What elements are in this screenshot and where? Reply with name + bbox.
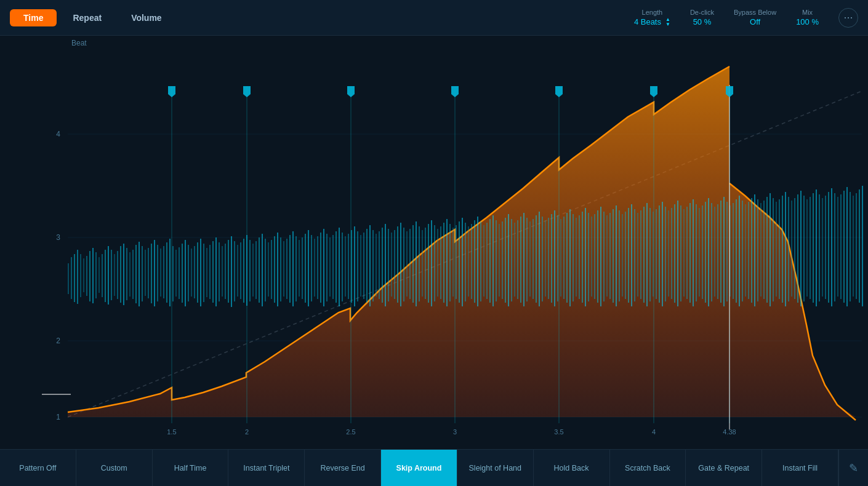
preset-scratch-back[interactable]: Scratch Back — [610, 450, 686, 486]
preset-reverse-end[interactable]: Reverse End — [305, 450, 381, 486]
svg-rect-245 — [800, 191, 802, 306]
svg-text:2: 2 — [56, 337, 60, 345]
preset-skip-around[interactable]: Skip Around — [381, 450, 457, 486]
bottom-bar: Pattern Off Custom Half Time Instant Tri… — [0, 449, 868, 486]
svg-rect-31 — [142, 246, 143, 301]
svg-rect-215 — [708, 198, 709, 306]
param-declick-label: De-click — [690, 9, 714, 16]
length-arrows[interactable]: ▲ ▼ — [665, 17, 670, 27]
svg-rect-70 — [262, 234, 263, 306]
svg-rect-198 — [656, 209, 657, 299]
svg-rect-153 — [517, 220, 518, 299]
svg-rect-12 — [83, 258, 84, 292]
param-bypass-value[interactable]: Off — [750, 17, 760, 26]
svg-rect-76 — [280, 237, 281, 301]
more-button[interactable]: ··· — [838, 8, 858, 28]
svg-rect-155 — [523, 213, 524, 306]
svg-rect-176 — [588, 213, 589, 301]
svg-rect-253 — [825, 196, 826, 299]
svg-rect-13 — [86, 256, 87, 296]
svg-rect-77 — [283, 241, 284, 297]
preset-instant-fill[interactable]: Instant Fill — [762, 450, 838, 486]
param-declick-value[interactable]: 50 % — [693, 17, 712, 26]
svg-rect-126 — [434, 225, 435, 301]
svg-text:4: 4 — [652, 428, 656, 436]
preset-hold-back[interactable]: Hold Back — [534, 450, 610, 486]
length-down-arrow[interactable]: ▼ — [665, 22, 670, 27]
svg-rect-214 — [705, 202, 706, 303]
preset-sleight-of-hand[interactable]: Sleight of Hand — [457, 450, 534, 486]
svg-rect-114 — [397, 226, 398, 303]
preset-pattern-off[interactable]: Pattern Off — [0, 450, 76, 486]
svg-rect-137 — [468, 226, 469, 297]
preset-instant-triplet[interactable]: Instant Triplet — [228, 450, 305, 486]
svg-rect-124 — [428, 224, 429, 303]
top-bar: Time Repeat Volume Length 4 Beats ▲ ▼ De… — [0, 0, 868, 36]
svg-rect-148 — [502, 221, 503, 299]
svg-rect-78 — [286, 239, 287, 299]
svg-rect-251 — [819, 194, 820, 301]
svg-rect-89 — [320, 233, 321, 303]
svg-rect-191 — [634, 209, 635, 301]
svg-rect-90 — [323, 229, 324, 306]
svg-rect-247 — [806, 199, 808, 297]
svg-rect-28 — [132, 250, 134, 299]
tab-time[interactable]: Time — [10, 9, 57, 26]
svg-rect-38 — [163, 246, 164, 298]
svg-rect-14 — [89, 251, 90, 301]
param-mix: Mix 100 % — [796, 9, 819, 26]
svg-rect-22 — [114, 254, 115, 296]
main-visualization[interactable]: 4 3 2 1 Beat 1.5 2 2.5 3 3.5 4 4.38 — [0, 36, 868, 449]
svg-rect-106 — [372, 230, 374, 301]
svg-rect-211 — [696, 204, 697, 301]
svg-rect-26 — [126, 248, 127, 300]
preset-custom[interactable]: Custom — [76, 450, 153, 486]
param-mix-value[interactable]: 100 % — [796, 17, 819, 26]
svg-rect-259 — [843, 191, 845, 303]
svg-rect-133 — [456, 225, 457, 299]
svg-rect-192 — [637, 213, 638, 297]
svg-rect-235 — [770, 193, 771, 306]
svg-rect-9 — [74, 254, 75, 302]
svg-rect-29 — [135, 245, 137, 303]
svg-rect-163 — [548, 218, 549, 299]
svg-rect-40 — [169, 239, 171, 306]
svg-rect-257 — [837, 197, 838, 297]
svg-rect-24 — [120, 246, 121, 303]
svg-rect-108 — [379, 231, 380, 299]
preset-half-time[interactable]: Half Time — [153, 450, 229, 486]
svg-rect-73 — [271, 240, 272, 299]
svg-rect-204 — [674, 204, 675, 303]
param-length-value[interactable]: 4 Beats ▲ ▼ — [634, 17, 670, 27]
svg-rect-74 — [274, 236, 275, 303]
svg-rect-195 — [646, 203, 648, 306]
svg-text:4.38: 4.38 — [723, 428, 736, 436]
svg-rect-127 — [437, 229, 438, 297]
svg-rect-162 — [545, 220, 546, 297]
svg-rect-180 — [600, 207, 601, 306]
svg-rect-63 — [240, 242, 241, 299]
tab-volume[interactable]: Volume — [118, 9, 175, 26]
preset-gate-repeat[interactable]: Gate & Repeat — [686, 450, 762, 486]
edit-button[interactable]: ✎ — [838, 450, 868, 486]
svg-rect-187 — [622, 214, 623, 297]
svg-rect-11 — [80, 254, 81, 297]
svg-rect-209 — [689, 203, 691, 303]
svg-rect-202 — [668, 210, 669, 297]
svg-rect-149 — [505, 218, 506, 303]
svg-rect-49 — [197, 242, 198, 303]
param-mix-label: Mix — [802, 9, 813, 16]
svg-rect-161 — [542, 217, 543, 301]
svg-text:3.5: 3.5 — [554, 428, 563, 436]
svg-rect-182 — [606, 215, 608, 297]
tab-group: Time Repeat Volume — [10, 9, 175, 26]
svg-rect-23 — [117, 251, 118, 299]
svg-rect-212 — [699, 208, 700, 297]
svg-text:4: 4 — [56, 130, 60, 138]
svg-rect-56 — [219, 242, 220, 301]
svg-rect-158 — [532, 219, 534, 299]
svg-rect-184 — [613, 209, 614, 303]
svg-rect-113 — [394, 230, 395, 299]
svg-rect-19 — [105, 250, 106, 302]
tab-repeat[interactable]: Repeat — [59, 9, 115, 26]
